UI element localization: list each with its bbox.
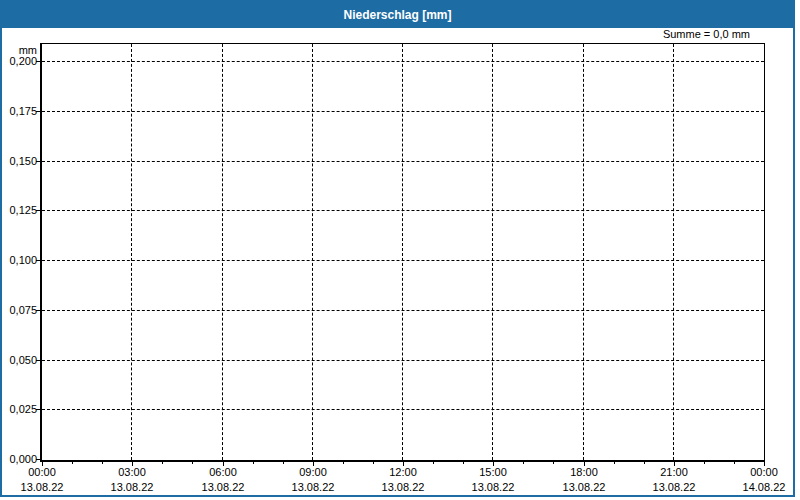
x-date-label: 13.08.22 (281, 481, 345, 493)
chart-panel: Niederschlag [mm] Summe = 0,0 mm mm 0,00… (0, 0, 795, 497)
y-tick-label: 0,050 (2, 354, 37, 366)
y-tick-label: 0,000 (2, 453, 37, 465)
x-axis-minor-tick (253, 460, 254, 464)
x-time-label: 06:00 (198, 466, 248, 478)
x-axis-minor-tick (463, 460, 464, 464)
gridline-horizontal (42, 360, 764, 361)
window: Niederschlag [mm] Summe = 0,0 mm mm 0,00… (0, 0, 800, 500)
x-axis-minor-tick (162, 460, 163, 464)
x-date-label: 14.08.22 (732, 481, 796, 493)
gridline-vertical (402, 44, 403, 460)
x-axis-minor-tick (644, 460, 645, 464)
gridline-vertical (222, 44, 223, 460)
gridline-horizontal (42, 210, 764, 211)
x-date-label: 13.08.22 (191, 481, 255, 493)
x-axis-minor-tick (72, 460, 73, 464)
x-axis-minor-tick (283, 460, 284, 464)
x-axis-minor-tick (192, 460, 193, 464)
y-tick-label: 0,200 (2, 55, 37, 67)
x-time-label: 03:00 (107, 466, 157, 478)
x-date-label: 13.08.22 (100, 481, 164, 493)
chart-title: Niederschlag [mm] (343, 8, 451, 22)
x-axis-minor-tick (343, 460, 344, 464)
title-bar: Niederschlag [mm] (2, 2, 793, 28)
sum-annotation: Summe = 0,0 mm (663, 28, 750, 40)
gridline-vertical (492, 44, 493, 460)
x-time-label: 12:00 (378, 466, 428, 478)
gridline-horizontal (42, 409, 764, 410)
x-time-label: 00:00 (17, 466, 67, 478)
gridline-vertical (312, 44, 313, 460)
y-tick-label: 0,125 (2, 204, 37, 216)
x-time-label: 15:00 (468, 466, 518, 478)
y-tick-label: 0,150 (2, 155, 37, 167)
x-axis-minor-tick (614, 460, 615, 464)
x-date-label: 13.08.22 (642, 481, 706, 493)
x-axis-minor-tick (373, 460, 374, 464)
gridline-horizontal (42, 310, 764, 311)
y-tick-label: 0,175 (2, 105, 37, 117)
x-axis-minor-tick (553, 460, 554, 464)
plot-area (40, 43, 765, 462)
x-date-label: 13.08.22 (461, 481, 525, 493)
x-date-label: 13.08.22 (10, 481, 74, 493)
x-axis-minor-tick (704, 460, 705, 464)
x-time-label: 00:00 (739, 466, 789, 478)
x-axis-minor-tick (734, 460, 735, 464)
x-axis-minor-tick (102, 460, 103, 464)
x-date-label: 13.08.22 (552, 481, 616, 493)
gridline-horizontal (42, 111, 764, 112)
x-time-label: 18:00 (559, 466, 609, 478)
gridline-horizontal (42, 161, 764, 162)
x-date-label: 13.08.22 (371, 481, 435, 493)
gridline-vertical (583, 44, 584, 460)
y-tick-label: 0,075 (2, 304, 37, 316)
gridline-horizontal (42, 61, 764, 62)
y-tick-label: 0,025 (2, 403, 37, 415)
x-axis-minor-tick (523, 460, 524, 464)
x-axis-minor-tick (433, 460, 434, 464)
x-time-label: 21:00 (649, 466, 699, 478)
gridline-horizontal (42, 260, 764, 261)
x-time-label: 09:00 (288, 466, 338, 478)
plot-grid (42, 44, 764, 460)
y-tick-label: 0,100 (2, 254, 37, 266)
gridline-vertical (673, 44, 674, 460)
gridline-vertical (131, 44, 132, 460)
